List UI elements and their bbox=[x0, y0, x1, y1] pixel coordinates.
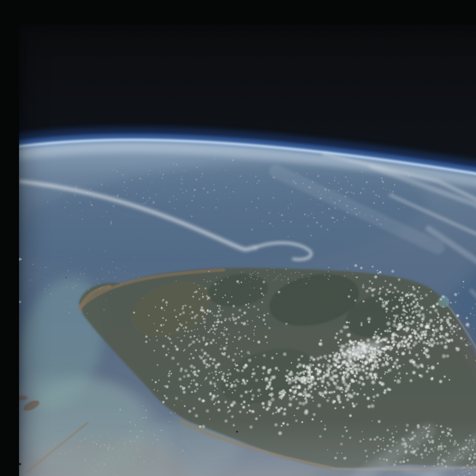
earth-photograph bbox=[19, 24, 476, 476]
film-frame: 960526050925STS77744038 bbox=[0, 0, 476, 476]
film-grain bbox=[19, 24, 476, 476]
earth-photo-art bbox=[19, 24, 476, 476]
